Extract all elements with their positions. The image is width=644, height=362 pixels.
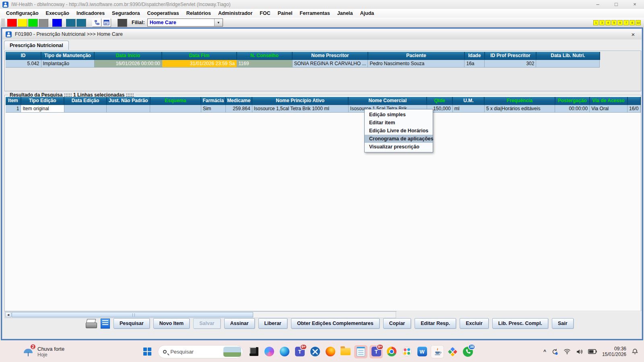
excluir-button[interactable]: Excluir [460, 318, 489, 329]
yellow-tool-button[interactable] [17, 19, 27, 27]
cell-tipo-manutencao[interactable]: Implantação [41, 60, 94, 67]
novo-item-button[interactable]: Novo Item [153, 318, 190, 329]
cell-id-prof-prescritor[interactable]: 302 [485, 60, 536, 67]
menu-janela[interactable]: Janela [334, 10, 357, 16]
chrome-icon[interactable] [385, 345, 398, 358]
cell-data-inicio[interactable]: 16/01/2026 00:00:00 [94, 60, 162, 67]
col-nome-prescritor[interactable]: Nome Prescritor [292, 52, 368, 60]
java-app-icon[interactable] [431, 345, 444, 358]
cell-just-nao-padrao[interactable] [107, 105, 150, 112]
col-data-fim[interactable]: Data Fim [162, 52, 237, 60]
assinar-button[interactable]: Assinar [224, 318, 255, 329]
green-tool-button[interactable] [28, 19, 38, 27]
cell-id[interactable]: 5.042 [6, 60, 41, 67]
col-postergacao[interactable]: Postergação [555, 97, 590, 105]
menu-item-edicao-simples[interactable]: Edição simples [365, 111, 433, 119]
col-um[interactable]: U.M. [452, 97, 484, 105]
col-nome-comercial[interactable]: Nome Comercial [348, 97, 427, 105]
quick-button-5[interactable]: 5 [611, 20, 617, 25]
red-tool-button[interactable] [7, 19, 17, 27]
quick-button-8[interactable]: 8 [630, 20, 635, 25]
teal-tool-button-1[interactable] [66, 19, 76, 27]
col-medicamento[interactable]: Medicame [225, 97, 252, 105]
prescription-row[interactable]: 5.042 Implantação 16/01/2026 00:00:00 31… [6, 60, 600, 67]
col-farmacia[interactable]: Farmácia [201, 97, 225, 105]
wifi-icon[interactable] [564, 349, 571, 354]
menu-painel[interactable]: Painel [274, 10, 296, 16]
menu-item-visualizar-prescricao[interactable]: Visualizar prescrição [365, 143, 433, 151]
taskbar-clock[interactable]: 09:36 15/01/2026 [602, 346, 626, 357]
cell-nome-prescritor[interactable]: SONIA REGINA R CARVALHO ... [292, 60, 368, 67]
desktop-thumbnail-icon[interactable] [247, 345, 260, 358]
obter-edicoes-complementares-button[interactable]: Obter Edições Complementares [291, 318, 380, 329]
office-icon[interactable] [446, 345, 459, 358]
designer-x-icon[interactable] [308, 345, 322, 358]
col-id[interactable]: ID [6, 52, 41, 60]
battery-icon[interactable] [588, 349, 597, 354]
gray-tool-button[interactable] [38, 19, 48, 27]
teams-icon[interactable]: T 9+ [293, 345, 306, 358]
col-via-de-acesso[interactable]: Via de Acesso [590, 97, 627, 105]
menu-ferramentas[interactable]: Ferramentas [296, 10, 334, 16]
taskbar-search[interactable]: Pesquisar [158, 345, 243, 358]
editar-resp-button[interactable]: Editar Resp. [415, 318, 456, 329]
menu-seguradora[interactable]: Seguradora [108, 10, 143, 16]
cell-item[interactable]: 1 [6, 105, 21, 112]
form-window-icon[interactable] [102, 19, 111, 27]
chevron-down-icon[interactable]: ▼ [214, 19, 223, 26]
sair-button[interactable]: Sair [552, 318, 574, 329]
cell-farmacia[interactable]: Sim [201, 105, 225, 112]
weather-widget[interactable]: 2 Chuva forte Hoje [23, 346, 64, 358]
dark-tool-button[interactable] [117, 19, 127, 27]
firefox-icon[interactable] [324, 345, 337, 358]
quick-button-1[interactable]: 1 [593, 20, 599, 25]
paint-icon[interactable] [400, 345, 413, 358]
cell-extra[interactable]: 16/0 [627, 105, 640, 112]
cell-postergacao[interactable]: 00:00:00 [555, 105, 590, 112]
blue-tool-button[interactable] [52, 19, 62, 27]
file-explorer-icon[interactable] [339, 345, 352, 358]
inner-close-icon[interactable]: × [629, 31, 638, 38]
quick-button-7[interactable]: 7 [623, 20, 629, 25]
col-tipo-edicao[interactable]: Tipo Edição [21, 97, 64, 105]
col-just-nao-padrao[interactable]: Just. Não Padrão [107, 97, 150, 105]
notes-icon[interactable] [354, 345, 367, 358]
col-tipo-manutencao[interactable]: Tipo de Manutenção [41, 52, 94, 60]
copiar-button[interactable]: Copiar [383, 318, 411, 329]
teal-tool-button-2[interactable] [76, 19, 86, 27]
quick-button-3[interactable]: 3 [599, 20, 605, 25]
numbered-list-icon[interactable] [101, 319, 110, 329]
col-esquema[interactable]: Esquema [150, 97, 201, 105]
volume-icon[interactable] [576, 349, 583, 355]
cell-nome-principio-ativo[interactable]: Isosource 1,5cal Tetra Brik 1000 ml [252, 105, 348, 112]
menu-item-edicao-livre-horarios[interactable]: Edição Livre de Horários [365, 127, 433, 135]
maximize-button[interactable]: □ [607, 0, 625, 9]
menu-configuracao[interactable]: Configuração [2, 10, 42, 16]
whatsapp-icon[interactable]: 38 [461, 345, 475, 358]
tree-view-icon[interactable] [92, 19, 101, 27]
sync-icon[interactable] [551, 348, 558, 355]
col-nome-principio-ativo[interactable]: Nome Princípio Ativo [252, 97, 348, 105]
cell-frequencia[interactable]: 5 x dia|Horários editáveis [484, 105, 555, 112]
col-n-conselho[interactable]: N. Conselho [237, 52, 292, 60]
menu-ajuda[interactable]: Ajuda [357, 10, 378, 16]
scrollbar-thumb[interactable] [12, 312, 253, 317]
cell-n-conselho[interactable]: 1169 [237, 60, 292, 67]
menu-relatorios[interactable]: Relatórios [183, 10, 215, 16]
col-data-lib-nutri[interactable]: Data Lib. Nutri. [536, 52, 600, 60]
cell-medicamento[interactable]: 259.864 [225, 105, 252, 112]
edge-icon[interactable] [278, 345, 291, 358]
teams-work-icon[interactable]: T 9+ [369, 345, 383, 358]
close-button[interactable]: × [625, 0, 644, 9]
pesquisar-button[interactable]: Pesquisar [114, 318, 150, 329]
col-id-prof-prescritor[interactable]: ID Prof Prescritor [485, 52, 536, 60]
col-qtde[interactable]: Qtde [427, 97, 452, 105]
results-row[interactable]: 1 Item original Sim 259.864 Isosource 1,… [6, 105, 640, 112]
quick-button-4[interactable]: 4 [605, 20, 611, 25]
cell-data-edicao[interactable] [64, 105, 106, 112]
notification-bell-icon[interactable]: z [632, 348, 638, 355]
menu-cooperativas[interactable]: Cooperativas [144, 10, 183, 16]
col-extra[interactable] [627, 97, 640, 105]
cell-um[interactable]: ml [452, 105, 484, 112]
cell-idade[interactable]: 16a [464, 60, 485, 67]
